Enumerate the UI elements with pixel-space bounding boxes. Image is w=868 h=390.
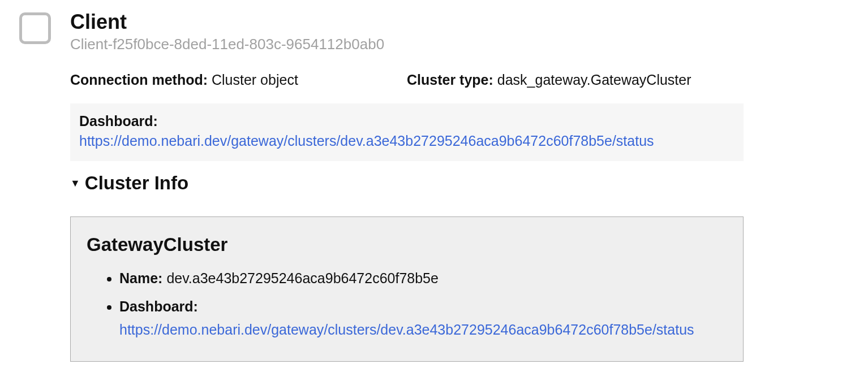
cluster-info-section: ▼ Cluster Info GatewayCluster Name: dev.… xyxy=(70,172,744,362)
cluster-info-details[interactable]: ▼ Cluster Info GatewayCluster Name: dev.… xyxy=(70,172,744,362)
name-value: dev.a3e43b27295246aca9b6472c60f78b5e xyxy=(166,270,439,286)
cluster-panel-title: GatewayCluster xyxy=(87,234,727,255)
dashboard-label: Dashboard: xyxy=(79,111,734,131)
header-row: Client Client-f25f0bce-8ded-11ed-803c-96… xyxy=(17,10,851,53)
client-id: Client-f25f0bce-8ded-11ed-803c-9654112b0… xyxy=(70,36,384,53)
title-block: Client Client-f25f0bce-8ded-11ed-803c-96… xyxy=(70,10,384,53)
client-title: Client xyxy=(70,10,384,33)
client-icon xyxy=(17,10,53,46)
list-item: Dashboard: https://demo.nebari.dev/gatew… xyxy=(119,296,727,341)
cluster-type-value: dask_gateway.GatewayCluster xyxy=(497,72,691,88)
cluster-type-col: Cluster type: dask_gateway.GatewayCluste… xyxy=(407,70,744,90)
cluster-info-list: Name: dev.a3e43b27295246aca9b6472c60f78b… xyxy=(119,268,727,341)
cluster-panel: GatewayCluster Name: dev.a3e43b27295246a… xyxy=(70,216,744,362)
cluster-info-title: Cluster Info xyxy=(85,172,188,194)
cluster-info-summary[interactable]: ▼ Cluster Info xyxy=(70,172,744,194)
dashboard-box: Dashboard: https://demo.nebari.dev/gatew… xyxy=(70,103,744,161)
square-icon xyxy=(19,12,51,44)
cluster-dashboard-label: Dashboard: xyxy=(119,298,198,314)
connection-info-row: Connection method: Cluster object Cluste… xyxy=(70,70,744,90)
list-item: Name: dev.a3e43b27295246aca9b6472c60f78b… xyxy=(119,268,727,289)
connection-method-label: Connection method: xyxy=(70,72,208,88)
connection-method-value: Cluster object xyxy=(212,72,298,88)
connection-method-col: Connection method: Cluster object xyxy=(70,70,407,90)
name-label: Name: xyxy=(119,270,162,286)
dashboard-link[interactable]: https://demo.nebari.dev/gateway/clusters… xyxy=(79,133,654,149)
cluster-type-label: Cluster type: xyxy=(407,72,493,88)
cluster-dashboard-link[interactable]: https://demo.nebari.dev/gateway/clusters… xyxy=(119,322,694,337)
caret-down-icon: ▼ xyxy=(70,178,80,188)
content-area: Connection method: Cluster object Cluste… xyxy=(70,70,744,362)
